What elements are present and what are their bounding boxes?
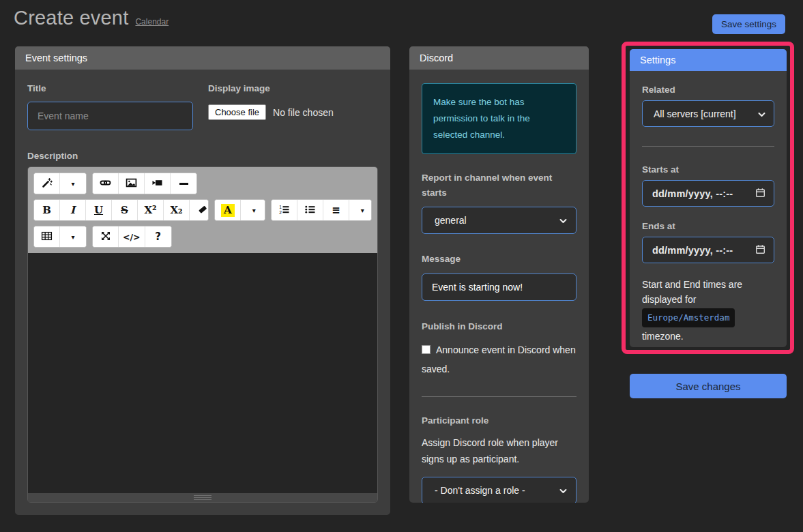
rich-text-editor: ▾ bbox=[27, 166, 378, 503]
related-select[interactable]: All servers [current] bbox=[642, 100, 774, 127]
superscript-icon: X² bbox=[144, 204, 156, 216]
table-icon bbox=[41, 231, 53, 243]
starts-at-value: dd/mm/yyyy, --:-- bbox=[652, 188, 733, 199]
settings-divider bbox=[642, 146, 774, 147]
announce-checkbox[interactable] bbox=[422, 345, 430, 354]
style-dropdown-button[interactable]: ▾ bbox=[60, 173, 86, 194]
table-dropdown-button[interactable]: ▾ bbox=[60, 226, 86, 247]
caret-down-icon: ▾ bbox=[71, 233, 74, 241]
ends-at-input[interactable]: dd/mm/yyyy, --:-- bbox=[642, 237, 774, 263]
svg-text:2: 2 bbox=[279, 209, 282, 214]
video-icon bbox=[151, 177, 163, 190]
image-icon bbox=[126, 177, 137, 190]
chevron-down-icon bbox=[559, 485, 567, 496]
table-button[interactable] bbox=[34, 226, 60, 247]
chevron-down-icon bbox=[758, 108, 765, 119]
title-input[interactable] bbox=[27, 102, 193, 130]
title-label: Title bbox=[27, 83, 208, 93]
settings-header: Settings bbox=[630, 49, 787, 71]
bot-permission-notice: Make sure the bot has permission to talk… bbox=[422, 83, 576, 154]
description-label: Description bbox=[27, 151, 378, 161]
underline-icon: U bbox=[94, 204, 103, 216]
page-title: Create event bbox=[14, 7, 128, 29]
participant-role-select[interactable]: - Don't assign a role - bbox=[422, 477, 576, 503]
participant-role-label: Participant role bbox=[422, 413, 576, 428]
font-color-icon: A bbox=[221, 204, 235, 217]
editor-toolbar: ▾ bbox=[28, 167, 377, 253]
participant-role-value: - Don't assign a role - bbox=[435, 485, 525, 496]
timezone-note: Start and End times are displayed for Eu… bbox=[642, 277, 774, 344]
resize-grip-icon bbox=[194, 495, 211, 500]
paragraph-dropdown-button[interactable]: ▾ bbox=[349, 200, 372, 220]
link-icon bbox=[100, 177, 111, 190]
topbar: Create event Calendar bbox=[14, 7, 169, 29]
font-color-button[interactable]: A bbox=[215, 200, 241, 220]
discord-card: Discord Make sure the bot has permission… bbox=[409, 46, 589, 503]
font-color-dropdown-button[interactable]: ▾ bbox=[241, 200, 265, 220]
announce-text: Announce event in Discord when saved. bbox=[422, 344, 576, 374]
code-view-button[interactable]: </> bbox=[119, 226, 145, 247]
superscript-button[interactable]: X² bbox=[138, 200, 164, 220]
subscript-icon: X₂ bbox=[170, 204, 182, 216]
caret-down-icon: ▾ bbox=[361, 207, 364, 214]
related-label: Related bbox=[642, 85, 774, 95]
save-settings-button[interactable]: Save settings bbox=[712, 14, 785, 34]
italic-button[interactable]: I bbox=[60, 200, 86, 220]
caret-down-icon: ▾ bbox=[71, 180, 74, 188]
help-button[interactable]: ? bbox=[145, 226, 171, 247]
bold-button[interactable]: B bbox=[34, 200, 60, 220]
magic-wand-icon bbox=[42, 177, 53, 190]
report-channel-label: Report in channel when event starts bbox=[422, 171, 576, 200]
paragraph-align-icon: ≡ bbox=[332, 204, 340, 216]
timezone-note-after: timezone. bbox=[642, 331, 684, 342]
clear-format-button[interactable] bbox=[190, 200, 209, 220]
description-editing-area[interactable] bbox=[28, 253, 377, 493]
timezone-badge: Europe/Amsterdam bbox=[642, 308, 735, 327]
report-channel-value: general bbox=[435, 215, 467, 226]
insert-image-button[interactable] bbox=[119, 173, 145, 194]
discord-header: Discord bbox=[409, 46, 589, 70]
calendar-icon bbox=[755, 244, 765, 256]
strikethrough-icon: S bbox=[121, 204, 128, 216]
calendar-icon bbox=[755, 188, 765, 200]
insert-video-button[interactable] bbox=[145, 173, 171, 194]
chevron-down-icon bbox=[559, 215, 567, 226]
participant-role-help: Assign Discord role when player signs up… bbox=[422, 434, 576, 467]
publish-label: Publish in Discord bbox=[422, 319, 576, 334]
announce-row: Announce event in Discord when saved. bbox=[422, 340, 576, 379]
ordered-list-icon: 1 2 bbox=[278, 204, 290, 217]
code-view-icon: </> bbox=[123, 232, 141, 242]
starts-at-label: Starts at bbox=[642, 164, 774, 175]
no-file-chosen-text: No file chosen bbox=[273, 107, 334, 118]
strikethrough-button[interactable]: S bbox=[112, 200, 138, 220]
display-image-label: Display image bbox=[208, 83, 334, 93]
report-channel-select[interactable]: general bbox=[422, 207, 576, 234]
calendar-link[interactable]: Calendar bbox=[135, 17, 169, 27]
caret-down-icon: ▾ bbox=[252, 207, 256, 214]
timezone-note-before: Start and End times are displayed for bbox=[642, 279, 742, 305]
horizontal-rule-icon bbox=[179, 183, 188, 185]
eraser-icon bbox=[197, 204, 208, 217]
svg-text:1: 1 bbox=[279, 205, 282, 209]
message-input[interactable] bbox=[422, 274, 576, 301]
horizontal-rule-button[interactable] bbox=[171, 173, 196, 194]
italic-icon: I bbox=[70, 204, 75, 216]
subscript-button[interactable]: X₂ bbox=[164, 200, 190, 220]
link-button[interactable] bbox=[93, 173, 119, 194]
ordered-list-button[interactable]: 1 2 bbox=[272, 200, 297, 220]
fullscreen-icon bbox=[100, 231, 111, 243]
choose-file-button[interactable]: Choose file bbox=[208, 104, 266, 120]
settings-card: Settings Related All servers [current] S… bbox=[630, 49, 787, 347]
magic-style-button[interactable] bbox=[34, 173, 60, 194]
editor-resize-handle[interactable] bbox=[28, 493, 377, 502]
starts-at-input[interactable]: dd/mm/yyyy, --:-- bbox=[642, 180, 774, 207]
fullscreen-button[interactable] bbox=[93, 226, 119, 247]
underline-button[interactable]: U bbox=[86, 200, 112, 220]
save-changes-button[interactable]: Save changes bbox=[630, 374, 787, 398]
unordered-list-button[interactable] bbox=[297, 200, 323, 220]
event-settings-card: Event settings Title Display image Choos… bbox=[15, 46, 390, 515]
unordered-list-icon bbox=[304, 204, 316, 217]
discord-divider bbox=[422, 396, 576, 397]
help-icon: ? bbox=[155, 231, 161, 243]
paragraph-align-button[interactable]: ≡ bbox=[323, 200, 349, 220]
